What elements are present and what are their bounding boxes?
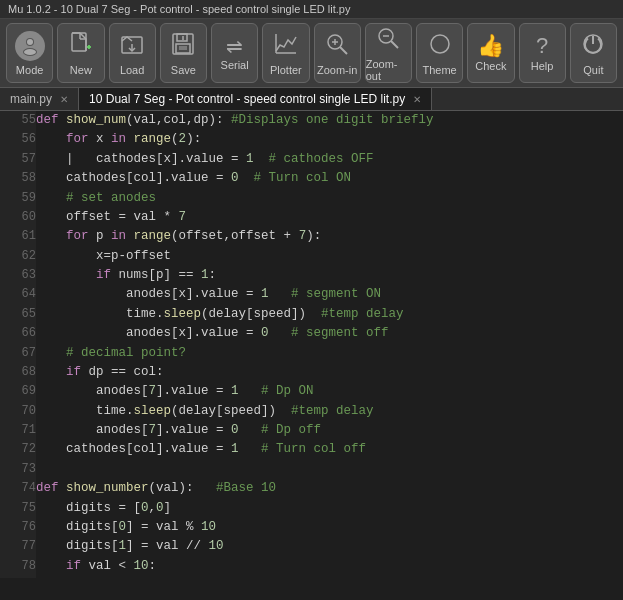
theme-button[interactable]: Theme bbox=[416, 23, 463, 83]
table-row: 79 | digits[1] = 11 # Suppress leading z… bbox=[0, 576, 623, 578]
svg-rect-13 bbox=[177, 34, 187, 41]
svg-point-27 bbox=[431, 35, 449, 53]
line-number: 66 bbox=[0, 324, 36, 343]
line-number: 59 bbox=[0, 189, 36, 208]
line-content: offset = val * 7 bbox=[36, 208, 623, 227]
zoom-out-button[interactable]: Zoom-out bbox=[365, 23, 412, 83]
line-content: cathodes[col].value = 0 # Turn col ON bbox=[36, 169, 623, 188]
title-text: Mu 1.0.2 - 10 Dual 7 Seg - Pot control -… bbox=[8, 3, 350, 15]
plotter-button[interactable]: Plotter bbox=[262, 23, 309, 83]
line-content: # decimal point? bbox=[36, 344, 623, 363]
tab-code[interactable]: 10 Dual 7 Seg - Pot control - speed cont… bbox=[79, 88, 432, 110]
line-number: 65 bbox=[0, 305, 36, 324]
line-number: 57 bbox=[0, 150, 36, 169]
code-area[interactable]: 55def show_num(val,col,dp): #Displays on… bbox=[0, 111, 623, 578]
table-row: 58 cathodes[col].value = 0 # Turn col ON bbox=[0, 169, 623, 188]
line-number: 75 bbox=[0, 499, 36, 518]
line-content: anodes[7].value = 0 # Dp off bbox=[36, 421, 623, 440]
load-button[interactable]: Load bbox=[109, 23, 156, 83]
line-number: 72 bbox=[0, 440, 36, 459]
line-number: 71 bbox=[0, 421, 36, 440]
line-content: if val < 10: bbox=[36, 557, 623, 576]
save-label: Save bbox=[171, 64, 196, 76]
line-content: if nums[p] == 1: bbox=[36, 266, 623, 285]
svg-line-21 bbox=[340, 47, 347, 54]
line-number: 78 bbox=[0, 557, 36, 576]
table-row: 70 time.sleep(delay[speed]) #temp delay bbox=[0, 402, 623, 421]
theme-label: Theme bbox=[423, 64, 457, 76]
quit-label: Quit bbox=[583, 64, 603, 76]
quit-button[interactable]: Quit bbox=[570, 23, 617, 83]
line-number: 67 bbox=[0, 344, 36, 363]
table-row: 78 if val < 10: bbox=[0, 557, 623, 576]
line-number: 76 bbox=[0, 518, 36, 537]
table-row: 66 anodes[x].value = 0 # segment off bbox=[0, 324, 623, 343]
serial-button[interactable]: ⇌ Serial bbox=[211, 23, 258, 83]
line-content: digits = [0,0] bbox=[36, 499, 623, 518]
line-number: 70 bbox=[0, 402, 36, 421]
check-button[interactable]: 👍 Check bbox=[467, 23, 514, 83]
table-row: 69 anodes[7].value = 1 # Dp ON bbox=[0, 382, 623, 401]
svg-line-25 bbox=[391, 41, 398, 48]
table-row: 73 bbox=[0, 460, 623, 479]
table-row: 71 anodes[7].value = 0 # Dp off bbox=[0, 421, 623, 440]
table-row: 57 | cathodes[x].value = 1 # cathodes OF… bbox=[0, 150, 623, 169]
line-number: 73 bbox=[0, 460, 36, 479]
load-label: Load bbox=[120, 64, 144, 76]
new-button[interactable]: New bbox=[57, 23, 104, 83]
tab-code-label: 10 Dual 7 Seg - Pot control - speed cont… bbox=[89, 92, 405, 106]
tab-bar: main.py ✕ 10 Dual 7 Seg - Pot control - … bbox=[0, 88, 623, 111]
plotter-icon bbox=[273, 31, 299, 61]
line-number: 55 bbox=[0, 111, 36, 130]
line-number: 62 bbox=[0, 247, 36, 266]
table-row: 55def show_num(val,col,dp): #Displays on… bbox=[0, 111, 623, 130]
zoom-in-icon bbox=[324, 31, 350, 61]
svg-point-3 bbox=[24, 49, 36, 55]
title-bar: Mu 1.0.2 - 10 Dual 7 Seg - Pot control -… bbox=[0, 0, 623, 19]
table-row: 72 cathodes[col].value = 1 # Turn col of… bbox=[0, 440, 623, 459]
table-row: 62 x=p-offset bbox=[0, 247, 623, 266]
zoom-out-label: Zoom-out bbox=[366, 58, 411, 82]
new-icon bbox=[68, 31, 94, 61]
line-number: 79 bbox=[0, 576, 36, 578]
line-number: 61 bbox=[0, 227, 36, 246]
check-icon: 👍 bbox=[477, 35, 504, 57]
svg-rect-4 bbox=[72, 33, 86, 51]
quit-icon bbox=[580, 31, 606, 61]
load-icon bbox=[119, 31, 145, 61]
table-row: 61 for p in range(offset,offset + 7): bbox=[0, 227, 623, 246]
tab-main-close[interactable]: ✕ bbox=[60, 94, 68, 105]
save-button[interactable]: Save bbox=[160, 23, 207, 83]
line-content: anodes[7].value = 1 # Dp ON bbox=[36, 382, 623, 401]
line-number: 69 bbox=[0, 382, 36, 401]
theme-icon bbox=[427, 31, 453, 61]
serial-icon: ⇌ bbox=[226, 36, 243, 56]
save-icon bbox=[170, 31, 196, 61]
help-label: Help bbox=[531, 60, 554, 72]
line-content: def show_num(val,col,dp): #Displays one … bbox=[36, 111, 623, 130]
tab-main[interactable]: main.py ✕ bbox=[0, 88, 79, 110]
line-content: if dp == col: bbox=[36, 363, 623, 382]
line-content: anodes[x].value = 1 # segment ON bbox=[36, 285, 623, 304]
table-row: 74def show_number(val): #Base 10 bbox=[0, 479, 623, 498]
line-content: time.sleep(delay[speed]) #temp delay bbox=[36, 402, 623, 421]
table-row: 65 time.sleep(delay[speed]) #temp delay bbox=[0, 305, 623, 324]
line-number: 68 bbox=[0, 363, 36, 382]
zoom-in-button[interactable]: Zoom-in bbox=[314, 23, 361, 83]
table-row: 64 anodes[x].value = 1 # segment ON bbox=[0, 285, 623, 304]
line-number: 58 bbox=[0, 169, 36, 188]
line-content: anodes[x].value = 0 # segment off bbox=[36, 324, 623, 343]
tab-code-close[interactable]: ✕ bbox=[413, 94, 421, 105]
zoom-in-label: Zoom-in bbox=[317, 64, 357, 76]
table-row: 77 digits[1] = val // 10 bbox=[0, 537, 623, 556]
table-row: 56 for x in range(2): bbox=[0, 130, 623, 149]
table-row: 68 if dp == col: bbox=[0, 363, 623, 382]
mode-button[interactable]: Mode bbox=[6, 23, 53, 83]
line-content: | cathodes[x].value = 1 # cathodes OFF bbox=[36, 150, 623, 169]
line-content: for x in range(2): bbox=[36, 130, 623, 149]
line-content: for p in range(offset,offset + 7): bbox=[36, 227, 623, 246]
help-button[interactable]: ? Help bbox=[519, 23, 566, 83]
line-number: 64 bbox=[0, 285, 36, 304]
toolbar: Mode New Load bbox=[0, 19, 623, 88]
line-content: time.sleep(delay[speed]) #temp delay bbox=[36, 305, 623, 324]
